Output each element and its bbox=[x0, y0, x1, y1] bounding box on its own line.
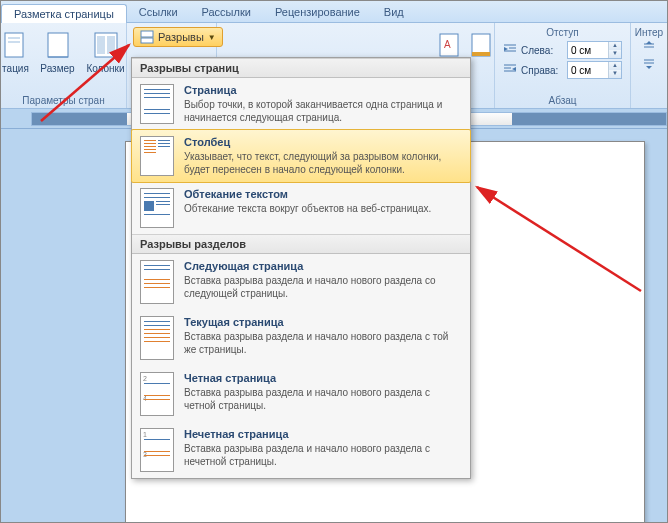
size-icon bbox=[42, 29, 74, 61]
spin-down[interactable]: ▼ bbox=[609, 50, 621, 58]
columns-label: Колонки bbox=[86, 63, 124, 74]
group-page-setup-label: Параметры стран bbox=[1, 95, 126, 106]
spacing-before-icon bbox=[642, 41, 656, 55]
tab-links[interactable]: Ссылки bbox=[127, 3, 190, 21]
group-indent: Отступ Слева: ▲▼ Справа: ▲▼ Абзац bbox=[495, 23, 631, 108]
page-color-button[interactable] bbox=[467, 25, 495, 61]
break-even-page-desc: Вставка разрыва раздела и начало нового … bbox=[184, 386, 462, 412]
break-next-page[interactable]: Следующая страницаВставка разрыва раздел… bbox=[132, 254, 470, 310]
break-continuous[interactable]: Текущая страницаВставка разрыва раздела … bbox=[132, 310, 470, 366]
svg-marker-24 bbox=[646, 41, 652, 44]
spin-down[interactable]: ▼ bbox=[609, 70, 621, 78]
indent-right-input[interactable] bbox=[568, 64, 608, 77]
break-even-page[interactable]: 24 Четная страницаВставка разрыва раздел… bbox=[132, 366, 470, 422]
break-page-title: Страница bbox=[184, 84, 462, 96]
ribbon-tabs: Разметка страницы Ссылки Рассылки Реценз… bbox=[1, 1, 667, 23]
break-next-page-desc: Вставка разрыва раздела и начало нового … bbox=[184, 274, 462, 300]
break-column-desc: Указывает, что текст, следующий за разры… bbox=[184, 150, 462, 176]
svg-rect-8 bbox=[141, 31, 153, 37]
break-odd-page[interactable]: 13 Нечетная страницаВставка разрыва разд… bbox=[132, 422, 470, 478]
break-page[interactable]: СтраницаВыбор точки, в которой заканчива… bbox=[132, 78, 470, 130]
indent-right-spinner[interactable]: ▲▼ bbox=[567, 61, 622, 79]
break-page-desc: Выбор точки, в которой заканчивается одн… bbox=[184, 98, 462, 124]
watermark-button[interactable]: A bbox=[435, 25, 463, 61]
svg-marker-17 bbox=[504, 47, 508, 51]
svg-rect-7 bbox=[107, 36, 115, 54]
indent-right-label: Справа: bbox=[521, 65, 563, 76]
indent-left-icon bbox=[503, 43, 517, 57]
section-section-breaks: Разрывы разделов bbox=[132, 234, 470, 254]
break-continuous-icon bbox=[140, 316, 174, 360]
section-page-breaks: Разрывы страниц bbox=[132, 58, 470, 78]
columns-icon bbox=[90, 29, 122, 61]
break-column-icon bbox=[140, 136, 174, 176]
orientation-button[interactable]: тация bbox=[0, 25, 32, 74]
break-even-page-title: Четная страница bbox=[184, 372, 462, 384]
svg-rect-0 bbox=[5, 33, 23, 57]
svg-rect-1 bbox=[8, 37, 20, 39]
break-even-page-icon: 24 bbox=[140, 372, 174, 416]
svg-marker-27 bbox=[646, 66, 652, 69]
spacing-title: Интер bbox=[635, 27, 663, 38]
spin-up[interactable]: ▲ bbox=[609, 42, 621, 50]
break-continuous-title: Текущая страница bbox=[184, 316, 462, 328]
break-odd-page-icon: 13 bbox=[140, 428, 174, 472]
tab-view[interactable]: Вид bbox=[372, 3, 416, 21]
svg-rect-2 bbox=[8, 41, 20, 43]
svg-text:A: A bbox=[444, 39, 451, 50]
break-odd-page-desc: Вставка разрыва раздела и начало нового … bbox=[184, 442, 462, 468]
chevron-down-icon: ▼ bbox=[208, 33, 216, 42]
size-button[interactable]: Размер bbox=[36, 25, 80, 74]
columns-button[interactable]: Колонки bbox=[84, 25, 128, 74]
breaks-dropdown: Разрывы страниц СтраницаВыбор точки, в к… bbox=[131, 57, 471, 479]
break-column-title: Столбец bbox=[184, 136, 462, 148]
break-text-wrap-title: Обтекание текстом bbox=[184, 188, 462, 200]
svg-rect-3 bbox=[48, 33, 68, 57]
svg-rect-13 bbox=[472, 52, 490, 56]
indent-left-input[interactable] bbox=[568, 44, 608, 57]
break-next-page-icon bbox=[140, 260, 174, 304]
break-text-wrap-desc: Обтекание текста вокруг объектов на веб-… bbox=[184, 202, 462, 215]
break-text-wrap-icon bbox=[140, 188, 174, 228]
break-next-page-title: Следующая страница bbox=[184, 260, 462, 272]
break-odd-page-title: Нечетная страница bbox=[184, 428, 462, 440]
paragraph-label: Абзац bbox=[495, 95, 630, 106]
break-column[interactable]: СтолбецУказывает, что текст, следующий з… bbox=[131, 129, 471, 183]
svg-rect-6 bbox=[97, 36, 105, 54]
break-text-wrap[interactable]: Обтекание текстомОбтекание текста вокруг… bbox=[132, 182, 470, 234]
tab-mailings[interactable]: Рассылки bbox=[190, 3, 263, 21]
indent-left-label: Слева: bbox=[521, 45, 563, 56]
tab-page-layout[interactable]: Разметка страницы bbox=[1, 4, 127, 23]
breaks-label: Разрывы bbox=[158, 31, 204, 43]
group-page-setup: тация Размер Колонки Параметры стран bbox=[1, 23, 127, 108]
spacing-after-icon bbox=[642, 57, 656, 71]
tab-review[interactable]: Рецензирование bbox=[263, 3, 372, 21]
indent-left-spinner[interactable]: ▲▼ bbox=[567, 41, 622, 59]
break-page-icon bbox=[140, 84, 174, 124]
orientation-icon bbox=[0, 29, 32, 61]
svg-marker-21 bbox=[512, 67, 516, 71]
breaks-icon bbox=[140, 30, 154, 44]
indent-right-icon bbox=[503, 63, 517, 77]
size-label: Размер bbox=[40, 63, 74, 74]
break-continuous-desc: Вставка разрыва раздела и начало нового … bbox=[184, 330, 462, 356]
svg-rect-9 bbox=[141, 38, 153, 43]
indent-title: Отступ bbox=[546, 27, 578, 38]
spin-up[interactable]: ▲ bbox=[609, 62, 621, 70]
breaks-dropdown-button[interactable]: Разрывы ▼ bbox=[133, 27, 223, 47]
orientation-label: тация bbox=[2, 63, 29, 74]
group-spacing: Интер bbox=[631, 23, 667, 108]
